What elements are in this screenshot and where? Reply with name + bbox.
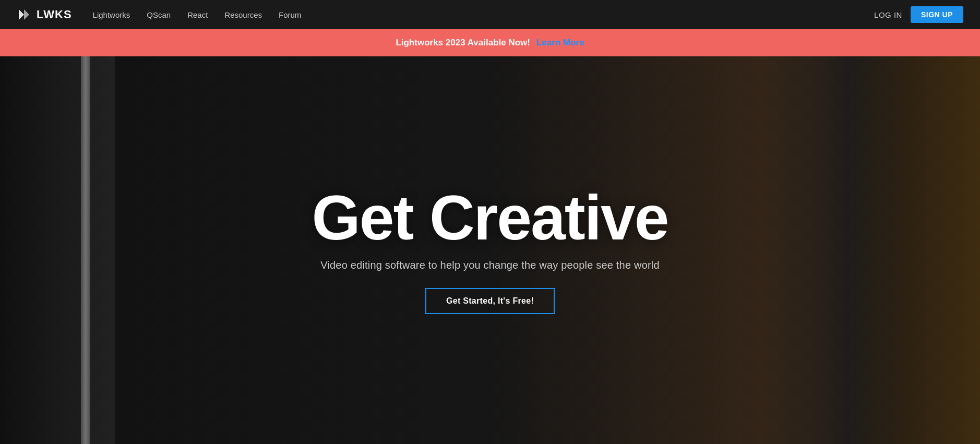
svg-marker-0 [19, 9, 24, 20]
nav-forum[interactable]: Forum [279, 10, 301, 19]
hero-content: Get Creative Video editing software to h… [312, 186, 668, 314]
nav-lightworks[interactable]: Lightworks [93, 10, 130, 19]
hero-title: Get Creative [312, 186, 668, 249]
navbar-left: LWKS Lightworks QScan React Resources Fo… [17, 7, 301, 22]
navbar-right: LOG IN SIGN UP [874, 6, 963, 23]
nav-links: Lightworks QScan React Resources Forum [93, 10, 302, 19]
learn-more-link[interactable]: Learn More [536, 38, 584, 48]
navbar: LWKS Lightworks QScan React Resources Fo… [0, 0, 980, 29]
building-left-decor [0, 56, 115, 444]
logo[interactable]: LWKS [17, 7, 72, 22]
logo-icon [17, 7, 31, 22]
signup-button[interactable]: SIGN UP [911, 6, 963, 23]
hero-section: Get Creative Video editing software to h… [0, 56, 980, 444]
pipe-decor [81, 56, 90, 444]
announcement-text: Lightworks 2023 Available Now! [396, 38, 530, 48]
logo-text: LWKS [37, 8, 72, 21]
login-button[interactable]: LOG IN [874, 10, 902, 19]
hero-subtitle: Video editing software to help you chang… [320, 259, 660, 271]
nav-qscan[interactable]: QScan [147, 10, 171, 19]
nav-react[interactable]: React [187, 10, 208, 19]
nav-resources[interactable]: Resources [224, 10, 262, 19]
svg-marker-1 [24, 9, 29, 20]
announcement-banner: Lightworks 2023 Available Now! Learn Mor… [0, 29, 980, 56]
building-right-decor [761, 56, 980, 444]
get-started-button[interactable]: Get Started, It's Free! [425, 288, 555, 314]
